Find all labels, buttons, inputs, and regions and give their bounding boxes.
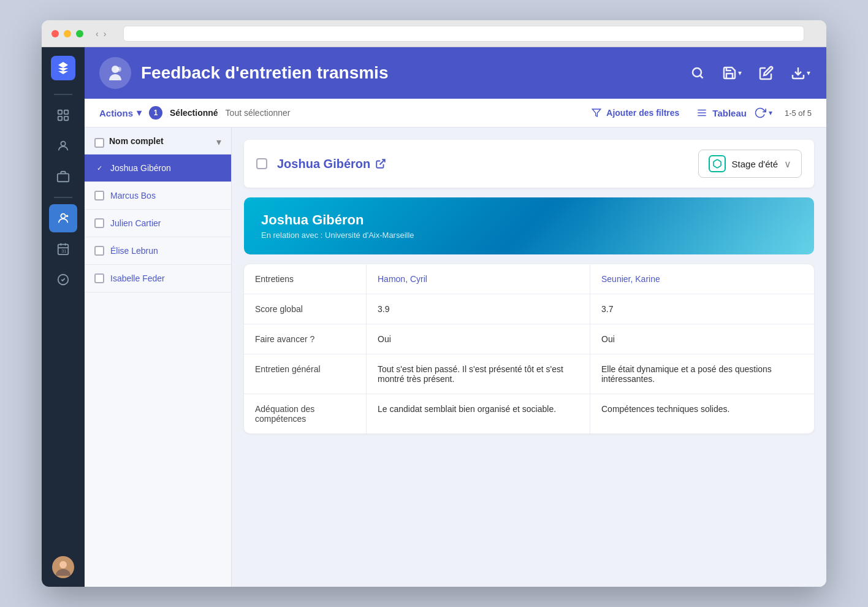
nav-arrows: ‹ ›	[96, 29, 106, 39]
save-button[interactable]	[721, 62, 743, 84]
selected-label: Sélectionné	[170, 108, 218, 118]
svg-point-4	[61, 142, 65, 146]
row-label-avancer: Faire avancer ?	[244, 324, 367, 354]
item-checkbox-joshua[interactable]: ✓	[94, 163, 104, 173]
person-header-bar: Joshua Gibéron	[244, 140, 814, 188]
list-item[interactable]: Julien Cartier	[85, 210, 231, 237]
item-checkbox-isabelle[interactable]	[94, 273, 104, 283]
svg-point-7	[61, 214, 65, 218]
row-label-entretiens: Entretiens	[244, 264, 367, 294]
banner-name: Joshua Gibéron	[261, 212, 797, 228]
select-all-button[interactable]: Tout sélectionner	[226, 108, 291, 118]
person-name-text: Joshua Gibéron	[277, 157, 370, 171]
item-checkbox-marcus[interactable]	[94, 191, 104, 200]
list-item[interactable]: Marcus Bos	[85, 182, 231, 210]
list-item[interactable]: ✓ Joshua Gibéron	[85, 155, 231, 182]
forward-arrow[interactable]: ›	[104, 29, 107, 39]
sidebar: 31	[42, 47, 85, 587]
item-name-marcus: Marcus Bos	[110, 191, 156, 200]
titlebar: ‹ ›	[42, 20, 826, 47]
edit-button[interactable]	[755, 62, 777, 84]
svg-rect-3	[64, 116, 68, 120]
selected-count-badge: 1	[149, 106, 162, 120]
sidebar-item-people[interactable]	[49, 132, 77, 160]
page-header: Feedback d'entretien transmis	[85, 47, 826, 99]
sidebar-item-jobs[interactable]	[49, 162, 77, 191]
detail-panel: Joshua Gibéron	[232, 128, 826, 587]
svg-marker-18	[593, 109, 601, 116]
svg-rect-5	[58, 174, 69, 181]
table-row: Entretiens Hamon, Cyril Seunier, Karine	[244, 264, 814, 294]
filter-label: Ajouter des filtres	[606, 108, 679, 118]
svg-text:31: 31	[61, 248, 66, 254]
back-arrow[interactable]: ‹	[96, 29, 99, 39]
list-item[interactable]: Isabelle Feder	[85, 265, 231, 292]
sidebar-item-tasks[interactable]	[49, 265, 77, 294]
page-icon	[99, 57, 131, 89]
row-col2-general: Elle était dynamique et a posé des quest…	[590, 354, 814, 394]
address-bar[interactable]	[123, 26, 804, 42]
row-col1-competences: Le candidat semblait bien organisé et so…	[367, 394, 590, 433]
list-header: Nom complet ▾	[85, 128, 231, 155]
app-layout: 31	[42, 47, 826, 587]
user-avatar[interactable]	[52, 556, 74, 578]
select-all-checkbox[interactable]	[94, 138, 104, 148]
main-content: Feedback d'entretien transmis	[85, 47, 826, 587]
table-row: Score global 3.9 3.7	[244, 294, 814, 324]
row-col1-entretiens[interactable]: Hamon, Cyril	[367, 264, 590, 294]
view-toggle[interactable]: Tableau	[696, 107, 747, 118]
person-name-link[interactable]: Joshua Gibéron	[277, 157, 688, 171]
item-name-elise: Élise Lebrun	[110, 246, 158, 256]
toolbar: Actions ▾ 1 Sélectionné Tout sélectionne…	[85, 99, 826, 128]
item-name-joshua: Joshua Gibéron	[110, 163, 171, 173]
refresh-chevron-icon: ▾	[769, 109, 772, 117]
minimize-btn[interactable]	[64, 30, 71, 37]
app-window: ‹ ›	[42, 20, 826, 587]
item-checkbox-julien[interactable]	[94, 218, 104, 228]
svg-rect-2	[58, 116, 62, 120]
table-row: Adéquation des compétences Le candidat s…	[244, 394, 814, 433]
row-label-score: Score global	[244, 294, 367, 324]
content-area: Nom complet ▾ ✓ Joshua Gibéron Marcus Bo…	[85, 128, 826, 587]
svg-rect-0	[58, 110, 62, 114]
sidebar-logo[interactable]	[51, 56, 75, 80]
row-label-competences: Adéquation des compétences	[244, 394, 367, 433]
row-label-general: Entretien général	[244, 354, 367, 394]
row-col2-score: 3.7	[590, 294, 814, 324]
list-item[interactable]: Élise Lebrun	[85, 237, 231, 265]
header-actions	[687, 62, 812, 84]
svg-line-22	[380, 159, 385, 164]
item-name-julien: Julien Cartier	[110, 218, 161, 228]
stage-dropdown[interactable]: Stage d'été ∨	[698, 150, 802, 178]
search-button[interactable]	[687, 62, 709, 84]
sort-icon[interactable]: ▾	[216, 136, 221, 148]
close-btn[interactable]	[51, 30, 59, 37]
table-row: Faire avancer ? Oui Oui	[244, 324, 814, 354]
sidebar-divider-mid	[54, 197, 72, 198]
list-column-header: Nom complet	[109, 136, 211, 146]
item-checkbox-elise[interactable]	[94, 246, 104, 256]
sidebar-divider-top	[54, 94, 72, 95]
table-row: Entretien général Tout s'est bien passé.…	[244, 354, 814, 394]
row-col2-entretiens[interactable]: Seunier, Karine	[590, 264, 814, 294]
svg-point-13	[59, 561, 67, 568]
refresh-button[interactable]: ▾	[754, 107, 772, 119]
sidebar-item-calendar[interactable]: 31	[49, 235, 77, 263]
person-header-checkbox[interactable]	[256, 158, 267, 169]
actions-chevron-icon: ▾	[137, 107, 142, 118]
maximize-btn[interactable]	[76, 30, 83, 37]
pagination-info: 1-5 of 5	[785, 109, 812, 118]
page-title: Feedback d'entretien transmis	[141, 63, 677, 83]
item-name-isabelle: Isabelle Feder	[110, 273, 165, 283]
row-col1-general: Tout s'est bien passé. Il s'est présenté…	[367, 354, 590, 394]
sidebar-item-candidates[interactable]	[49, 204, 77, 232]
actions-dropdown[interactable]: Actions ▾	[99, 107, 142, 118]
sidebar-item-dashboard[interactable]	[49, 101, 77, 129]
download-button[interactable]	[790, 62, 812, 84]
profile-banner: Joshua Gibéron En relation avec : Univer…	[244, 197, 814, 254]
actions-label: Actions	[99, 108, 133, 118]
row-col1-avancer: Oui	[367, 324, 590, 354]
stage-chevron-icon: ∨	[784, 158, 791, 170]
add-filter-button[interactable]: Ajouter des filtres	[592, 108, 679, 118]
row-col2-competences: Compétences techniques solides.	[590, 394, 814, 433]
